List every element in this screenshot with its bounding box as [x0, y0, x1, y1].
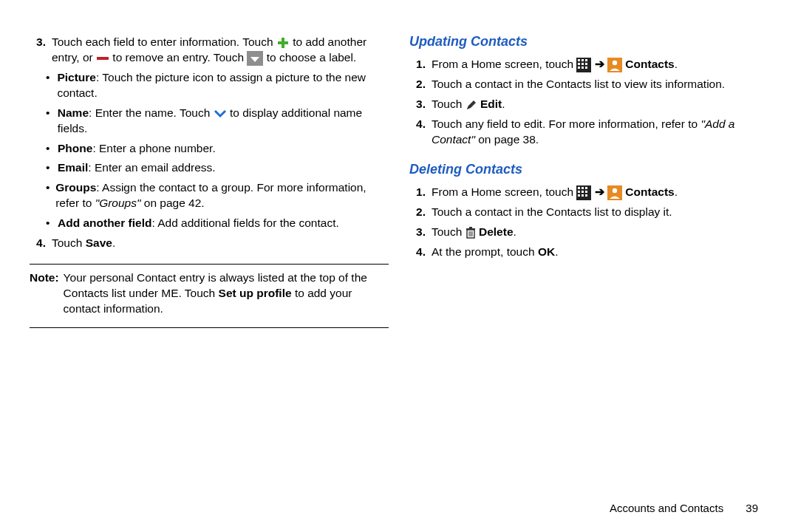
step-number: 3. — [30, 35, 46, 66]
svg-rect-8 — [585, 59, 587, 61]
manual-page: 3. Touch each field to enter information… — [0, 0, 798, 334]
note-block: Note: Your personal Contact entry is alw… — [30, 270, 389, 317]
minus-icon — [96, 54, 109, 63]
step-number: 1. — [409, 185, 426, 200]
bullet-email: • Email: Enter an email address. — [30, 158, 389, 178]
contacts-app-icon — [607, 185, 622, 200]
delete-step-1: 1. From a Home screen, touch ➔ Contacts. — [409, 183, 768, 202]
svg-rect-9 — [578, 63, 580, 65]
svg-point-30 — [613, 188, 617, 193]
note-divider-bottom — [30, 327, 389, 328]
svg-rect-1 — [278, 41, 288, 44]
step-number: 2. — [409, 77, 426, 92]
plus-icon — [276, 36, 290, 50]
step-number: 3. — [409, 225, 426, 240]
heading-deleting-contacts: Deleting Contacts — [409, 160, 768, 178]
svg-rect-27 — [582, 194, 584, 197]
footer-page-number: 39 — [746, 502, 758, 514]
page-footer: Accounts and Contacts 39 — [610, 501, 758, 516]
note-label: Note: — [30, 270, 59, 317]
svg-rect-6 — [578, 59, 580, 61]
svg-point-16 — [613, 61, 617, 65]
svg-rect-25 — [585, 191, 587, 193]
heading-updating-contacts: Updating Contacts — [409, 33, 768, 50]
trash-delete-icon — [466, 227, 476, 239]
bullet-dot: • — [46, 216, 53, 231]
svg-rect-12 — [578, 66, 580, 69]
svg-rect-32 — [466, 228, 475, 230]
bullet-phone: • Phone: Enter a phone number. — [30, 139, 389, 159]
update-step-1: 1. From a Home screen, touch ➔ Contacts. — [409, 55, 768, 75]
step-text: Touch each field to enter information. T… — [52, 35, 389, 66]
svg-rect-13 — [582, 66, 584, 69]
step-number: 3. — [409, 97, 426, 112]
bullet-dot: • — [46, 160, 53, 176]
label-dropdown-icon — [247, 51, 263, 66]
update-step-3: 3. Touch Edit. — [409, 95, 768, 115]
svg-rect-14 — [585, 66, 587, 69]
footer-section: Accounts and Contacts — [610, 502, 723, 514]
svg-rect-20 — [578, 187, 580, 189]
apps-grid-icon — [576, 185, 591, 200]
bullet-name: • Name: Enter the name. Touch to display… — [30, 103, 389, 139]
bullet-dot: • — [46, 180, 51, 211]
svg-rect-10 — [582, 63, 584, 65]
svg-rect-26 — [578, 194, 580, 197]
step-4: 4. Touch Save. — [30, 233, 389, 253]
svg-rect-28 — [585, 194, 587, 197]
pencil-edit-icon — [466, 99, 477, 111]
delete-step-3: 3. Touch Delete. — [409, 222, 768, 242]
step-number: 4. — [409, 117, 426, 148]
bullet-groups: • Groups: Assign the contact to a group.… — [30, 178, 389, 214]
step-3: 3. Touch each field to enter information… — [30, 33, 389, 68]
svg-rect-2 — [97, 57, 109, 60]
contacts-app-icon — [607, 58, 622, 72]
note-divider-top — [30, 264, 389, 265]
delete-step-2: 2. Touch a contact in the Contacts list … — [409, 202, 768, 222]
update-step-4: 4. Touch any field to edit. For more inf… — [409, 115, 768, 150]
expand-chevron-icon — [214, 109, 227, 119]
svg-rect-23 — [578, 191, 580, 193]
apps-grid-icon — [576, 58, 591, 72]
left-column: 3. Touch each field to enter information… — [30, 33, 389, 334]
step-number: 4. — [409, 245, 426, 260]
step-number: 1. — [409, 57, 426, 72]
bullet-add-field: • Add another field: Add additional fiel… — [30, 214, 389, 233]
bullet-picture: • Picture: Touch the picture icon to ass… — [30, 68, 389, 103]
svg-rect-22 — [585, 187, 587, 189]
svg-rect-11 — [585, 63, 587, 65]
bullet-dot: • — [46, 70, 52, 101]
svg-rect-33 — [469, 227, 472, 228]
step-number: 2. — [409, 205, 426, 220]
bullet-dot: • — [46, 141, 53, 157]
svg-rect-7 — [582, 59, 584, 61]
step-number: 4. — [30, 236, 46, 251]
delete-step-4: 4. At the prompt, touch OK. — [409, 242, 768, 262]
svg-rect-24 — [582, 191, 584, 193]
update-step-2: 2. Touch a contact in the Contacts list … — [409, 75, 768, 95]
right-column: Updating Contacts 1. From a Home screen,… — [409, 33, 768, 334]
svg-rect-21 — [582, 187, 584, 189]
bullet-dot: • — [46, 106, 53, 137]
